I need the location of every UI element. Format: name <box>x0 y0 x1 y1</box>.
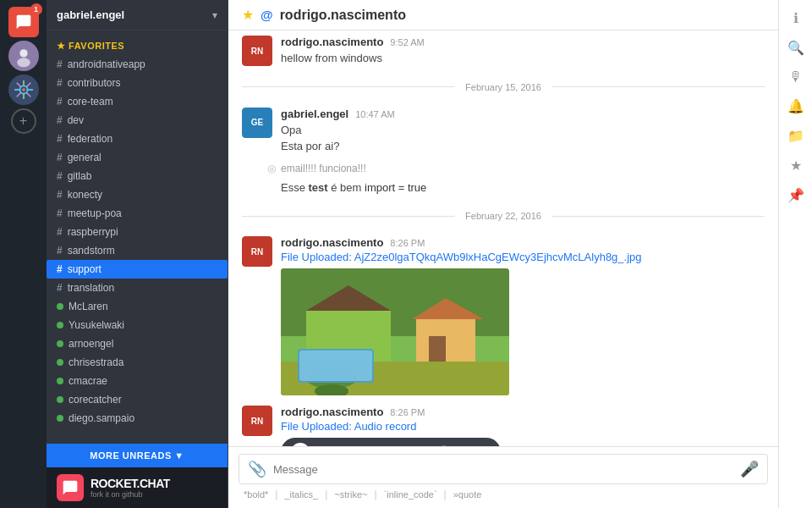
hash-icon: # <box>57 207 63 219</box>
sidebar-channel-federation[interactable]: #federation <box>47 130 228 148</box>
hash-icon: # <box>57 226 63 238</box>
sidebar-dm-diego.sampaio[interactable]: diego.sampaio <box>47 409 228 428</box>
sidebar-dm-cmacrae[interactable]: cmacrae <box>47 372 228 390</box>
rocket-nav-icon <box>14 80 33 99</box>
italic-format-button[interactable]: _italics_ <box>281 488 321 501</box>
sidebar-dm-corecatcher[interactable]: corecatcher <box>47 390 228 409</box>
code-block: import = true <box>365 181 426 194</box>
more-unreads-button[interactable]: MORE UNREADS ▼ <box>47 444 228 467</box>
message-content: rodrigo.nascimento 8:26 PM File Uploaded… <box>281 406 765 446</box>
sidebar-channel-dev[interactable]: #dev <box>47 111 228 130</box>
add-workspace-button[interactable]: + <box>11 108 36 134</box>
audio-file-link[interactable]: File Uploaded: Audio record <box>281 420 765 433</box>
notifications-button[interactable]: 1 <box>8 7 39 37</box>
channel-name-label: androidnativeapp <box>68 58 145 70</box>
avatar: RN <box>242 236 272 267</box>
dm-name-label: chrisestrada <box>69 356 123 368</box>
uploaded-image <box>281 268 509 395</box>
rocket-logo-icon <box>57 474 84 501</box>
channel-name-label: konecty <box>68 189 102 201</box>
code-format-button[interactable]: `inline_code` <box>381 488 441 501</box>
avatar: RN <box>242 406 272 436</box>
svg-rect-23 <box>299 351 372 381</box>
image-preview[interactable] <box>281 268 509 395</box>
sidebar-channel-general[interactable]: #general <box>47 148 228 167</box>
search-icon[interactable]: 🔍 <box>787 40 804 56</box>
channel-name-label: federation <box>68 133 112 145</box>
members-icon[interactable]: 🎙 <box>789 69 803 85</box>
sidebar-dm-arnoengel[interactable]: arnoengel <box>47 334 228 353</box>
system-message-text: email!!!! funciona!!! <box>281 163 366 174</box>
bold-format-button[interactable]: *bold* <box>240 488 272 501</box>
sidebar-channel-konecty[interactable]: #konecty <box>47 185 228 204</box>
message-input[interactable] <box>273 463 733 476</box>
sidebar-channel-meetup-poa[interactable]: #meetup-poa <box>47 204 228 223</box>
message-author: rodrigo.nascimento <box>281 236 383 249</box>
bullet-icon: ◎ <box>267 163 276 174</box>
sidebar-footer: ROCKET.CHAT fork it on github <box>47 467 228 508</box>
hash-icon: # <box>57 245 63 257</box>
user-avatar[interactable] <box>8 41 39 71</box>
sidebar-username: gabriel.engel <box>57 8 124 21</box>
dm-status-icon <box>57 303 63 310</box>
message-header: gabriel.engel 10:47 AM <box>281 108 765 120</box>
icon-bar: 1 + <box>0 0 47 508</box>
sidebar-channel-core-team[interactable]: #core-team <box>47 92 228 111</box>
hash-icon: # <box>57 189 63 201</box>
strike-format-button[interactable]: ~strike~ <box>331 488 370 501</box>
message-author: rodrigo.nascimento <box>281 36 383 48</box>
workspace-icon[interactable] <box>8 75 39 105</box>
pinned-icon[interactable]: 📌 <box>787 187 804 203</box>
favorites-label: ★ FAVORITES <box>47 37 228 55</box>
brand-name: ROCKET.CHAT <box>91 477 170 490</box>
system-message: ◎ email!!!! funciona!!! <box>228 160 778 177</box>
message-time: 9:52 AM <box>390 37 424 47</box>
channel-star-icon[interactable]: ★ <box>242 7 254 23</box>
date-divider-2: February 22, 2016 <box>228 201 778 231</box>
message-author: gabriel.engel <box>281 108 348 120</box>
sidebar-channel-sandstorm[interactable]: #sandstorm <box>47 241 228 260</box>
hash-icon: # <box>57 152 63 163</box>
message-group: RN rodrigo.nascimento 8:26 PM File Uploa… <box>228 400 778 446</box>
sidebar: gabriel.engel ▾ ★ FAVORITES #androidnati… <box>47 0 228 508</box>
messages-area: RN rodrigo.nascimento 9:52 AM hellow fro… <box>228 30 778 446</box>
channel-name-label: translation <box>68 282 114 294</box>
sidebar-dm-chrisestrada[interactable]: chrisestrada <box>47 353 228 372</box>
microphone-button[interactable]: 🎤 <box>740 460 759 478</box>
sidebar-scroll: ★ FAVORITES #androidnativeapp#contributo… <box>47 30 228 444</box>
sidebar-channel-contributors[interactable]: #contributors <box>47 74 228 92</box>
right-bar: ℹ 🔍 🎙 🔔 📁 ★ 📌 <box>778 0 812 508</box>
dm-name-label: corecatcher <box>69 394 122 406</box>
sidebar-chevron-icon[interactable]: ▾ <box>212 9 217 21</box>
dm-name-label: Yusukelwaki <box>69 319 124 331</box>
message-text: hellow from windows <box>281 50 765 67</box>
quote-format-button[interactable]: »quote <box>450 488 486 501</box>
file-link[interactable]: File Uploaded: AjZ2ze0lgaTQkqAWb9lxHaCgE… <box>281 251 765 263</box>
attach-button[interactable]: 📎 <box>248 460 266 478</box>
files-icon[interactable]: 📁 <box>787 128 804 144</box>
sidebar-channel-androidnativeapp[interactable]: #androidnativeapp <box>47 55 228 74</box>
at-symbol: @ <box>261 8 273 22</box>
notifications-settings-icon[interactable]: 🔔 <box>787 98 804 114</box>
avatar: RN <box>242 36 272 66</box>
sidebar-channel-support[interactable]: #support <box>47 260 228 279</box>
dm-name-label: diego.sampaio <box>69 412 134 424</box>
sidebar-channel-raspberrypi[interactable]: #raspberrypi <box>47 223 228 241</box>
hash-icon: # <box>57 133 63 145</box>
sidebar-dm-McLaren[interactable]: McLaren <box>47 297 228 316</box>
dms-list: McLarenYusukelwakiarnoengelchrisestradac… <box>47 297 228 428</box>
avatar: GE <box>242 108 272 138</box>
divider-line <box>551 86 765 87</box>
dm-name-label: arnoengel <box>69 338 113 350</box>
message-header: rodrigo.nascimento 8:26 PM <box>281 406 765 418</box>
starred-icon[interactable]: ★ <box>790 157 802 174</box>
sidebar-channel-gitlab[interactable]: #gitlab <box>47 167 228 185</box>
sidebar-channel-translation[interactable]: #translation <box>47 279 228 297</box>
sidebar-dm-Yusukelwaki[interactable]: Yusukelwaki <box>47 316 228 334</box>
message-content: rodrigo.nascimento 8:26 PM File Uploaded… <box>281 236 765 395</box>
dm-status-icon <box>57 396 63 403</box>
message-text: Esta por ai? <box>281 138 765 155</box>
info-icon[interactable]: ℹ <box>793 10 798 26</box>
message-header: rodrigo.nascimento 8:26 PM <box>281 236 765 249</box>
message-input-row: 📎 🎤 <box>239 454 768 484</box>
